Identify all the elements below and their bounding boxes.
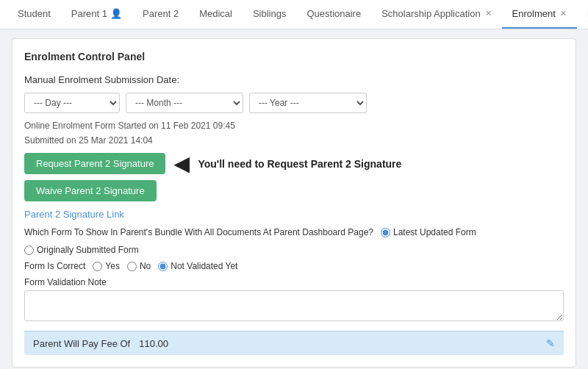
radio-original-form[interactable]: Originally Submitted Form <box>24 245 139 255</box>
signature-link-container: Parent 2 Signature Link <box>24 209 564 220</box>
request-signature-annotation: Request Parent 2 Signature ◀ You'll need… <box>24 153 564 174</box>
waive-button-row: Waive Parent 2 Signature <box>24 180 564 201</box>
which-form-label: Which Form To Show In Parent's Bundle Wi… <box>24 227 373 237</box>
radio-latest-form-input[interactable] <box>381 228 390 237</box>
annotation-arrow-icon: ◀ <box>174 154 189 173</box>
enrolment-close-icon[interactable]: ✕ <box>560 9 567 18</box>
radio-yes-input[interactable] <box>93 262 102 271</box>
tab-questionaire-label: Questionaire <box>306 8 361 19</box>
day-select[interactable]: --- Day --- <box>24 93 120 113</box>
tab-siblings-label: Siblings <box>253 8 287 19</box>
waive-parent2-signature-button[interactable]: Waive Parent 2 Signature <box>24 180 157 201</box>
fee-row: Parent Will Pay Fee Of ✎ <box>24 331 564 355</box>
radio-latest-form-label: Latest Updated Form <box>393 227 476 237</box>
tab-scholarship-label: Scholarship Application <box>381 8 480 19</box>
online-form-text: Online Enrolment Form Started on 11 Feb … <box>24 121 564 131</box>
tab-parent2[interactable]: Parent 2 <box>132 0 189 29</box>
radio-not-validated[interactable]: Not Validated Yet <box>158 261 237 271</box>
submitted-text: Submitted on 25 Mar 2021 14:04 <box>24 135 564 146</box>
tab-student[interactable]: Student <box>7 0 61 29</box>
radio-original-form-input[interactable] <box>24 246 34 255</box>
validation-note-textarea[interactable] <box>24 290 564 321</box>
scholarship-close-icon[interactable]: ✕ <box>485 9 492 18</box>
form-correct-row: Form Is Correct Yes No Not Validated Yet <box>24 261 564 271</box>
tab-student-label: Student <box>18 8 51 19</box>
tab-medical-label: Medical <box>199 8 232 19</box>
parent2-signature-link[interactable]: Parent 2 Signature Link <box>24 209 124 220</box>
tab-siblings[interactable]: Siblings <box>243 0 297 29</box>
top-navigation: Student Parent 1 👤 Parent 2 Medical Sibl… <box>0 0 588 29</box>
fee-edit-icon[interactable]: ✎ <box>546 337 555 349</box>
person-icon: 👤 <box>110 8 122 19</box>
panel-title: Enrolment Control Panel <box>24 51 564 62</box>
form-correct-label: Form Is Correct <box>24 261 85 271</box>
radio-no-input[interactable] <box>127 262 137 271</box>
year-select[interactable]: --- Year --- <box>249 93 367 113</box>
date-selects-row: --- Day --- --- Month --- --- Year --- <box>24 93 564 113</box>
radio-no[interactable]: No <box>127 261 151 271</box>
btn-annotation-text: You'll need to Request Parent 2 Signatur… <box>198 158 401 170</box>
tab-interviews[interactable]: Interviews (0) <box>577 0 588 29</box>
tab-questionaire[interactable]: Questionaire <box>296 0 371 29</box>
fee-label: Parent Will Pay Fee Of <box>33 338 130 349</box>
which-form-row: Which Form To Show In Parent's Bundle Wi… <box>24 227 564 255</box>
tab-parent1-label: Parent 1 <box>71 8 107 19</box>
enrolment-control-panel: Enrolment Control Panel Manual Enrolment… <box>12 38 576 368</box>
fee-input[interactable] <box>139 338 537 349</box>
tab-scholarship[interactable]: Scholarship Application ✕ <box>371 0 501 29</box>
radio-no-label: No <box>140 261 151 271</box>
request-parent2-signature-button[interactable]: Request Parent 2 Signature <box>24 153 165 174</box>
tab-enrolment[interactable]: Enrolment ✕ Enrolment Tab has X <box>502 0 577 29</box>
tab-medical[interactable]: Medical <box>189 0 243 29</box>
radio-original-form-label: Originally Submitted Form <box>37 245 139 255</box>
radio-yes-label: Yes <box>105 261 120 271</box>
validation-note-label: Form Validation Note <box>24 277 564 287</box>
month-select[interactable]: --- Month --- <box>126 93 243 113</box>
manual-date-label: Manual Enrolment Submission Date: <box>24 74 179 85</box>
main-content: Enrolment Control Panel Manual Enrolment… <box>0 29 588 369</box>
signature-buttons-row: Request Parent 2 Signature ◀ You'll need… <box>24 153 564 201</box>
radio-not-validated-label: Not Validated Yet <box>171 261 237 271</box>
radio-yes[interactable]: Yes <box>93 261 120 271</box>
radio-latest-form[interactable]: Latest Updated Form <box>381 227 476 237</box>
tab-enrolment-label: Enrolment <box>512 8 556 19</box>
tab-parent1[interactable]: Parent 1 👤 <box>61 0 132 29</box>
manual-date-row: Manual Enrolment Submission Date: <box>24 74 564 85</box>
radio-not-validated-input[interactable] <box>158 262 168 271</box>
tab-parent2-label: Parent 2 <box>143 8 179 19</box>
